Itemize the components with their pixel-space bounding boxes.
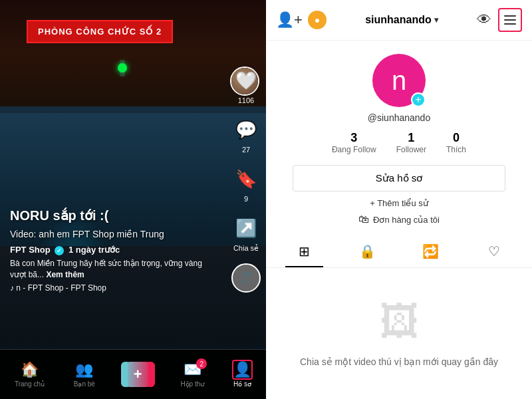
comment-button[interactable]: 💬 27 (231, 115, 261, 154)
add-bio-link[interactable]: + Thêm tiểu sử (370, 198, 428, 208)
menu-line-1 (504, 15, 516, 17)
comment-count: 27 (242, 146, 250, 154)
nav-friends[interactable]: 👥 Bạn bè (74, 361, 95, 388)
header-left: 👤+ ● (276, 11, 327, 29)
profile-header-title: siunhanando (365, 14, 432, 26)
creator-name: FPT Shop (10, 245, 51, 255)
following-label: Đang Follow (332, 145, 376, 154)
like-count: 1106 (238, 96, 254, 104)
menu-button[interactable] (498, 8, 522, 32)
add-user-icon[interactable]: 👤+ (276, 11, 303, 29)
building: PHÒNG CÔNG CHỨC SỐ 2 (0, 0, 266, 106)
likes-count: 0 (453, 131, 460, 145)
bottom-nav: 🏠 Trang chủ 👥 Bạn bè + ✉️ Hộp thư 2 👤 Hồ… (0, 349, 266, 399)
nav-profile[interactable]: 👤 Hồ sơ (233, 361, 251, 388)
heart-icon: 🤍 (231, 66, 261, 95)
bookmark-icon: 🔖 (231, 164, 261, 194)
video-creator: FPT Shop ✓ 1 ngày trước (10, 245, 219, 255)
tab-videos[interactable]: ⊞ (273, 235, 336, 267)
friends-label: Bạn bè (74, 380, 95, 388)
avatar-plus-button[interactable]: + (411, 92, 426, 107)
inbox-badge: 2 (196, 358, 207, 369)
profile-info: n + @siunhanando 3 Đang Follow 1 Followe… (266, 41, 532, 235)
like-button[interactable]: 🤍 1106 (231, 66, 261, 104)
profile-avatar: n + (372, 54, 426, 107)
video-title: NORU sắp tới :( (10, 207, 219, 223)
avatar-letter: n (392, 66, 406, 96)
follower-count: 1 (408, 131, 414, 145)
header-right: 👁 (477, 8, 522, 32)
orders-link[interactable]: 🛍 Đơn hàng của tôi (358, 213, 440, 225)
video-panel: PHÒNG CÔNG CHỨC SỐ 2 🤍 1106 💬 27 🔖 9 ↗️ … (0, 0, 266, 399)
likes-label: Thích (446, 145, 466, 154)
tab-liked[interactable]: ♡ (462, 235, 525, 267)
share-label: Chia sẻ (233, 244, 259, 253)
empty-image-icon: 🖼 (379, 299, 419, 344)
bookmark-count: 9 (244, 195, 248, 203)
home-icon: 🏠 (21, 361, 39, 378)
profile-active-border (232, 360, 253, 380)
see-more-link[interactable]: Xem thêm (46, 270, 84, 279)
profile-nav-icon-container: 👤 (233, 361, 251, 378)
heart-tab-icon: ♡ (488, 243, 500, 259)
video-text-overlay: NORU sắp tới :( Video: anh em FPT Shop m… (10, 207, 219, 293)
share-icon: ↗️ (231, 213, 261, 243)
create-button[interactable]: + (124, 362, 152, 387)
edit-profile-button[interactable]: Sửa hồ sơ (293, 165, 505, 192)
orders-text: Đơn hàng của tôi (373, 215, 440, 225)
profile-panel: 👤+ ● siunhanando ▾ 👁 n + @siunhanando 3 (266, 0, 532, 399)
comment-icon: 💬 (231, 115, 261, 144)
verified-badge: ✓ (55, 246, 64, 255)
following-count: 3 (350, 131, 357, 145)
chevron-down-icon[interactable]: ▾ (434, 15, 438, 25)
inbox-label: Hộp thư (180, 380, 204, 388)
lock-icon: 🔒 (359, 243, 376, 259)
description-text: Bà con Miền Trung hãy hết sức thận trọng… (10, 259, 202, 279)
empty-text: Chia sẻ một video thú vị bạn mới quay gầ… (300, 355, 498, 369)
video-music: ♪ n - FPT Shop - FPT Shop (10, 283, 219, 293)
friends-icon: 👥 (75, 361, 93, 378)
profile-label: Hồ sơ (233, 380, 251, 388)
creator-time: 1 ngày trước (68, 245, 120, 255)
tab-reposts[interactable]: 🔁 (399, 235, 462, 267)
orders-icon: 🛍 (358, 213, 369, 225)
coin-icon[interactable]: ● (308, 11, 327, 29)
grid-icon: ⊞ (299, 243, 310, 259)
video-subtitle: Video: anh em FPT Shop miền Trung (10, 229, 219, 239)
follower-label: Follower (396, 145, 426, 154)
traffic-light (120, 60, 125, 76)
plus-icon: + (134, 366, 142, 383)
header-center: siunhanando ▾ (365, 14, 438, 26)
side-actions: 🤍 1106 💬 27 🔖 9 ↗️ Chia sẻ 🎵 (231, 66, 261, 293)
nav-home[interactable]: 🏠 Trang chủ (15, 361, 45, 388)
nav-create[interactable]: + (124, 362, 152, 387)
tab-locked[interactable]: 🔒 (336, 235, 399, 267)
bookmark-button[interactable]: 🔖 9 (231, 164, 261, 203)
video-description: Bà con Miền Trung hãy hết sức thận trọng… (10, 258, 219, 281)
nav-inbox[interactable]: ✉️ Hộp thư 2 (180, 361, 204, 388)
profile-header: 👤+ ● siunhanando ▾ 👁 (266, 0, 532, 41)
follower-stat[interactable]: 1 Follower (396, 131, 426, 154)
following-stat[interactable]: 3 Đang Follow (332, 131, 376, 154)
building-sign: PHÒNG CÔNG CHỨC SỐ 2 (27, 20, 173, 43)
music-avatar: 🎵 (231, 263, 261, 293)
eye-icon[interactable]: 👁 (477, 11, 491, 29)
share-button[interactable]: ↗️ Chia sẻ (231, 213, 261, 253)
menu-line-3 (504, 23, 516, 25)
profile-tabs: ⊞ 🔒 🔁 ♡ (266, 235, 532, 268)
repost-icon: 🔁 (422, 243, 439, 259)
stats-row: 3 Đang Follow 1 Follower 0 Thích (332, 131, 466, 154)
music-disc[interactable]: 🎵 (231, 263, 261, 293)
home-label: Trang chủ (15, 380, 45, 388)
menu-line-2 (504, 19, 516, 21)
likes-stat[interactable]: 0 Thích (446, 131, 466, 154)
profile-username: @siunhanando (368, 112, 430, 123)
empty-content: 🖼 Chia sẻ một video thú vị bạn mới quay … (266, 268, 532, 399)
